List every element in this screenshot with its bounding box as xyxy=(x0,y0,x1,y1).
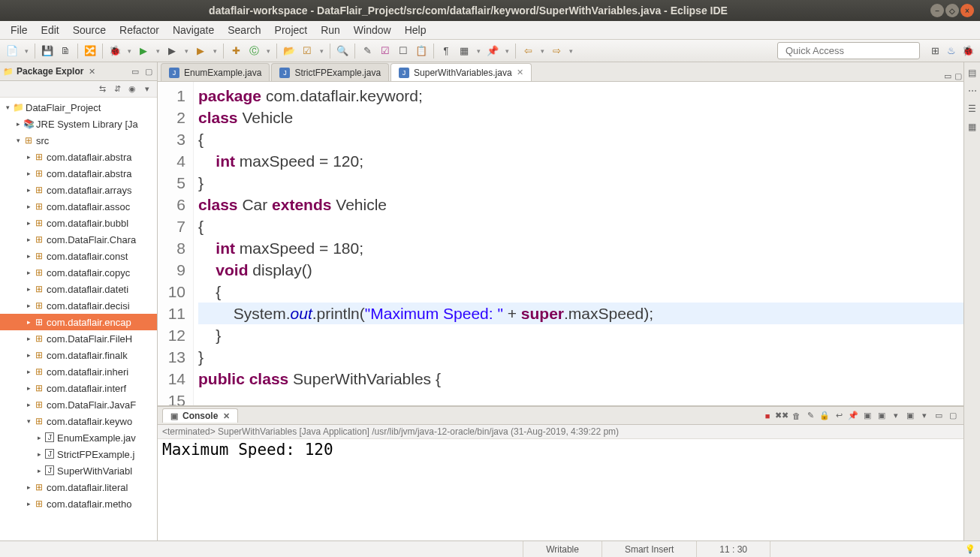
tree-node[interactable]: ▸⊞com.DataFlair.Chara xyxy=(0,231,157,248)
tree-node[interactable]: ▸⊞com.dataflair.abstra xyxy=(0,165,157,182)
close-console-icon[interactable]: ✕ xyxy=(221,411,231,421)
open-console-icon[interactable]: ▣ xyxy=(876,410,888,422)
coverage-icon[interactable]: ▶ xyxy=(164,44,179,59)
tree-node[interactable]: ▸⊞com.dataflair.literal xyxy=(0,479,157,495)
editor-tab[interactable]: JSuperWithVariables.java✕ xyxy=(390,63,532,81)
editor-tab[interactable]: JEnumExample.java xyxy=(161,63,270,81)
toggle-icon[interactable]: 🔀 xyxy=(83,44,98,59)
menu-window[interactable]: Window xyxy=(348,22,397,38)
menu-navigate[interactable]: Navigate xyxy=(167,22,220,38)
menu-project[interactable]: Project xyxy=(269,22,314,38)
dropdown-icon[interactable]: ▾ xyxy=(23,44,30,59)
minimize-console-icon[interactable]: ▭ xyxy=(933,410,945,422)
menu-help[interactable]: Help xyxy=(399,22,433,38)
tree-node[interactable]: ▸⊞com.DataFlair.JavaF xyxy=(0,396,157,413)
tree-node[interactable]: ▸⊞com.dataflair.inheri xyxy=(0,363,157,380)
pin-icon[interactable]: 📌 xyxy=(485,44,500,59)
console-output[interactable]: Maximum Speed: 120 xyxy=(158,439,963,540)
scroll-lock-icon[interactable]: 🔒 xyxy=(819,410,831,422)
clear-console-icon[interactable]: ✎ xyxy=(804,410,816,422)
tree-node[interactable]: ▸🄹EnumExample.jav xyxy=(0,429,157,446)
ext-run-icon[interactable]: ▶ xyxy=(193,44,208,59)
open-perspective-icon[interactable]: ⊞ xyxy=(927,44,942,59)
save-icon[interactable]: 💾 xyxy=(40,44,55,59)
new-package-icon[interactable]: ✚ xyxy=(228,44,243,59)
dropdown-icon[interactable]: ▾ xyxy=(890,410,902,422)
debug-icon[interactable]: 🐞 xyxy=(107,44,122,59)
tree-node[interactable]: ▸⊞com.dataflair.abstra xyxy=(0,149,157,165)
tree-node[interactable]: ▾⊞src xyxy=(0,132,157,149)
dropdown-icon[interactable]: ▾ xyxy=(182,44,190,59)
collapse-all-icon[interactable]: ⇆ xyxy=(97,84,107,95)
code-editor[interactable]: 123456789101112131415 package com.datafl… xyxy=(158,82,963,405)
new-class-icon[interactable]: Ⓒ xyxy=(246,44,261,59)
toggle-ws-icon[interactable]: ¶ xyxy=(439,44,454,59)
close-view-icon[interactable]: ✕ xyxy=(86,66,97,77)
tree-node[interactable]: ▸⊞com.dataflair.bubbl xyxy=(0,215,157,231)
tree-node[interactable]: ▸⊞com.dataflair.arrays xyxy=(0,182,157,198)
open-task-icon[interactable]: ☑ xyxy=(300,44,315,59)
tree-node[interactable]: ▸⊞com.dataflair.copyc xyxy=(0,264,157,281)
tree-node[interactable]: ▸⊞com.dataflair.dateti xyxy=(0,281,157,297)
dropdown-icon[interactable]: ▾ xyxy=(918,410,930,422)
tree-node[interactable]: ▸⊞com.dataflair.interf xyxy=(0,380,157,396)
remove-all-icon[interactable]: 🗑 xyxy=(790,410,802,422)
word-wrap-icon[interactable]: ↩ xyxy=(833,410,845,422)
annotation-icon[interactable]: ✎ xyxy=(360,44,375,59)
tree-node[interactable]: ▸⊞com.DataFlair.FileH xyxy=(0,330,157,347)
search-icon[interactable]: 🔍 xyxy=(335,44,350,59)
tree-node[interactable]: ▸🄹StrictFPExample.j xyxy=(0,446,157,462)
link-editor-icon[interactable]: ⇵ xyxy=(112,84,122,95)
dropdown-icon[interactable]: ▾ xyxy=(503,44,511,59)
back-icon[interactable]: ⇦ xyxy=(520,44,535,59)
new-icon[interactable]: 📄 xyxy=(5,44,20,59)
package-tree[interactable]: ▾📁DataFlair_Project▸📚JRE System Library … xyxy=(0,98,157,540)
mark-icon[interactable]: 📋 xyxy=(414,44,429,59)
minimize-editor-icon[interactable]: ▭ xyxy=(942,71,953,81)
view-menu-icon[interactable]: ▾ xyxy=(142,84,152,95)
tree-node[interactable]: ▸⊞com.dataflair.finalk xyxy=(0,347,157,363)
tree-node[interactable]: ▸📚JRE System Library [Ja xyxy=(0,116,157,132)
outline2-icon[interactable]: ▦ xyxy=(966,121,978,133)
dropdown-icon[interactable]: ▾ xyxy=(318,44,325,59)
focus-icon[interactable]: ◉ xyxy=(127,84,137,95)
dropdown-icon[interactable]: ▾ xyxy=(538,44,546,59)
new-console-icon[interactable]: ▣ xyxy=(904,410,916,422)
maximize-button[interactable]: ◇ xyxy=(945,4,959,17)
dropdown-icon[interactable]: ▾ xyxy=(154,44,161,59)
console-tab[interactable]: ▣ Console ✕ xyxy=(162,408,238,423)
tree-node[interactable]: ▸⊞com.dataflair.encap xyxy=(0,314,157,330)
dropdown-icon[interactable]: ▾ xyxy=(475,44,482,59)
editor-tab[interactable]: JStrictFPExample.java xyxy=(271,63,389,81)
minimize-view-icon[interactable]: ▭ xyxy=(130,66,140,77)
tree-node[interactable]: ▾📁DataFlair_Project xyxy=(0,99,157,116)
maximize-editor-icon[interactable]: ▢ xyxy=(953,71,963,81)
outline-icon[interactable]: ▤ xyxy=(966,67,978,79)
forward-icon[interactable]: ⇨ xyxy=(549,44,564,59)
dropdown-icon[interactable]: ▾ xyxy=(211,44,219,59)
block-icon[interactable]: ▦ xyxy=(457,44,472,59)
menu-source[interactable]: Source xyxy=(67,22,112,38)
maximize-view-icon[interactable]: ▢ xyxy=(143,66,154,77)
java-perspective-icon[interactable]: ♨ xyxy=(944,44,959,59)
menu-edit[interactable]: Edit xyxy=(35,22,65,38)
tip-icon[interactable]: 💡 xyxy=(965,544,975,555)
minimize-button[interactable]: – xyxy=(930,4,944,17)
save-all-icon[interactable]: 🗎 xyxy=(58,44,73,59)
remove-terminated-icon[interactable]: ✖✖ xyxy=(776,410,788,422)
quick-access-input[interactable] xyxy=(777,42,920,59)
dropdown-icon[interactable]: ▾ xyxy=(125,44,133,59)
tree-node[interactable]: ▾⊞com.dataflair.keywo xyxy=(0,413,157,429)
tree-node[interactable]: ▸⊞com.dataflair.assoc xyxy=(0,198,157,215)
display-console-icon[interactable]: ▣ xyxy=(861,410,873,422)
dropdown-icon[interactable]: ▾ xyxy=(567,44,574,59)
menu-run[interactable]: Run xyxy=(315,22,346,38)
run-icon[interactable]: ▶ xyxy=(136,44,151,59)
maximize-console-icon[interactable]: ▢ xyxy=(947,410,959,422)
menu-refactor[interactable]: Refactor xyxy=(113,22,165,38)
tree-node[interactable]: ▸⊞com.dataflair.const xyxy=(0,248,157,264)
tree-node[interactable]: ▸⊞com.dataflair.decisi xyxy=(0,297,157,314)
menu-file[interactable]: File xyxy=(5,22,34,38)
close-tab-icon[interactable]: ✕ xyxy=(517,68,523,77)
open-type-icon[interactable]: 📂 xyxy=(282,44,297,59)
